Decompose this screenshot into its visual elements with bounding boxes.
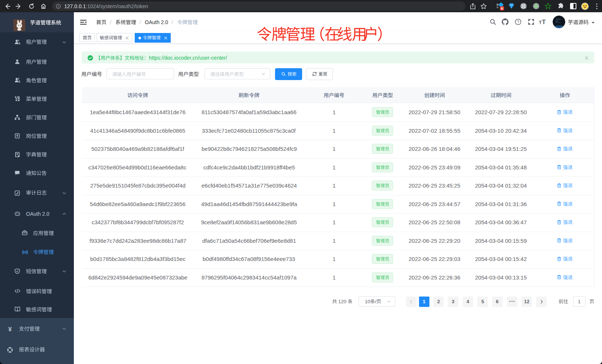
svg-text:2022-06-25 22:29:03: 2022-06-25 22:29:03 xyxy=(409,256,460,262)
svg-text:2022-07-29 22:28:50: 2022-07-29 22:28:50 xyxy=(475,109,527,115)
svg-text:¥: ¥ xyxy=(8,326,12,333)
svg-text:T: T xyxy=(542,19,546,26)
svg-text:6: 6 xyxy=(496,299,498,304)
svg-text:1: 1 xyxy=(333,256,336,262)
svg-text:54d6be82ee5a460a9aedc1f9bf2236: 54d6be82ee5a460a9aedc1f9bf223656 xyxy=(90,201,186,207)
svg-text:1: 1 xyxy=(333,201,336,207)
svg-text:2054-03-04 01:35:48: 2054-03-04 01:35:48 xyxy=(475,164,527,171)
svg-text:/: / xyxy=(140,19,141,25)
svg-text:2022-06-25 22:50:08: 2022-06-25 22:50:08 xyxy=(409,219,460,225)
svg-text:OAuth 2.0: OAuth 2.0 xyxy=(145,19,168,25)
svg-text:1: 1 xyxy=(333,164,336,171)
svg-text:OAuth 2.0: OAuth 2.0 xyxy=(26,211,49,217)
svg-text:T: T xyxy=(539,20,542,25)
svg-text:8796295f04064c2983414cc54af109: 8796295f04064c2983414cc54af1097a xyxy=(202,274,297,281)
svg-text:?: ? xyxy=(517,20,519,24)
svg-text:be90422b8c7946218275a508bf524f: be90422b8c7946218275a508bf524fc9 xyxy=(202,146,297,152)
svg-text:2022-06-25 23:44:57: 2022-06-25 23:44:57 xyxy=(409,201,460,207)
svg-text:127.0.0.1: 127.0.0.1 xyxy=(64,3,86,9)
svg-text:10: 10 xyxy=(365,299,370,304)
svg-text:2: 2 xyxy=(437,299,440,304)
svg-text:6d842e2924594de9a09e45e087323a: 6d842e2924594de9a09e45e087323abe xyxy=(88,274,187,281)
svg-text:2054-03-04 00:15:42: 2054-03-04 00:15:42 xyxy=(475,256,527,262)
svg-text:2054-03-04 01:31:36: 2054-03-04 01:31:36 xyxy=(475,201,527,207)
svg-text:49d1aa46d1454fbd87591444423be9: 49d1aa46d1454fbd87591444423be9fa xyxy=(201,201,297,207)
svg-text:a: a xyxy=(24,250,26,254)
svg-text:2054-03-04 00:13:15: 2054-03-04 00:13:15 xyxy=(475,274,527,281)
svg-text::1024/system/oauth2/token: :1024/system/oauth2/token xyxy=(86,3,148,9)
svg-text:120: 120 xyxy=(337,299,348,304)
svg-text:c342377bf8b344799dcbf7bf095287: c342377bf8b344799dcbf7bf095287f2 xyxy=(92,219,184,225)
svg-text:502375b8040a469a9b82188afdf6af: 502375b8040a469a9b82188afdf6af1f xyxy=(91,146,184,152)
svg-text:2022-07-02 18:55:55: 2022-07-02 18:55:55 xyxy=(409,128,460,134)
svg-text:4: 4 xyxy=(467,299,470,304)
svg-text:2054-03-04 01:32:04: 2054-03-04 01:32:04 xyxy=(475,182,527,189)
svg-text:2054-03-04 00:36:47: 2054-03-04 00:36:47 xyxy=(475,219,527,225)
svg-text:1: 1 xyxy=(333,128,336,134)
svg-text:2022-06-25 22:29:20: 2022-06-25 22:29:20 xyxy=(409,238,460,244)
svg-text:41c41346a548490f9dc8b01c6bfe08: 41c41346a548490f9dc8b01c6bfe0865 xyxy=(90,128,185,134)
svg-text:2022-06-26 18:04:46: 2022-06-26 18:04:46 xyxy=(409,146,460,152)
svg-text:c347026e805e4d99b0d116eae66eda: c347026e805e4d99b0d116eae66eda8c xyxy=(88,164,187,171)
svg-text:811c530487574fa0af1a59d3abc1aa: 811c530487574fa0af1a59d3abc1aa66 xyxy=(202,109,297,115)
svg-text:e6cfd40eb1f54571a31e775e039c46: e6cfd40eb1f54571a31e775e039c4624 xyxy=(202,182,297,189)
svg-text:2022-06-25 23:49:09: 2022-06-25 23:49:09 xyxy=(409,164,460,171)
svg-text:1: 1 xyxy=(333,182,336,189)
svg-text:12: 12 xyxy=(524,299,529,304)
svg-text:https://doc.iocoder.cn/user-ce: https://doc.iocoder.cn/user-center/ xyxy=(149,55,227,61)
svg-text:3: 3 xyxy=(452,299,454,304)
svg-text:1: 1 xyxy=(333,238,336,244)
svg-text:1: 1 xyxy=(333,219,336,225)
svg-text:1: 1 xyxy=(333,146,336,152)
svg-text:b0d1785bc3a8482f812db4a3f3bd15: b0d1785bc3a8482f812db4a3f3bd15ec xyxy=(90,256,186,262)
svg-text:1: 1 xyxy=(333,109,336,115)
svg-text:9: 9 xyxy=(501,7,503,10)
svg-text:1: 1 xyxy=(333,274,336,281)
svg-text:2022-06-25 22:26:36: 2022-06-25 22:26:36 xyxy=(409,274,460,281)
svg-text:2054-03-04 19:51:25: 2054-03-04 19:51:25 xyxy=(475,146,527,152)
svg-text:2022-06-25 23:45:25: 2022-06-25 23:45:25 xyxy=(409,182,460,189)
svg-text:cdfc4ce9c2da4bb1bdf21b9918ff4b: cdfc4ce9c2da4bb1bdf21b9918ff4be5 xyxy=(203,164,295,171)
svg-text:2054-03-10 20:42:34: 2054-03-10 20:42:34 xyxy=(475,128,527,134)
svg-text:b0df4980ffd34c67a08f9156e4eee7: b0df4980ffd34c67a08f9156e4eee733 xyxy=(203,256,295,262)
svg-text:dfa6c71a50a54c66bef706ef9e6e8d: dfa6c71a50a54c66bef706ef9e6e8d81 xyxy=(202,238,296,244)
svg-text:1: 1 xyxy=(423,299,425,304)
svg-text:/: / xyxy=(171,19,173,25)
svg-text:2022-07-29 21:58:50: 2022-07-29 21:58:50 xyxy=(409,109,460,115)
svg-text:1: 1 xyxy=(578,299,580,304)
svg-text:f9336e7c7dd242a283ee98dc86b17a: f9336e7c7dd242a283ee98dc86b17a87 xyxy=(89,238,186,244)
svg-text:/: / xyxy=(110,19,111,25)
svg-text:5: 5 xyxy=(481,299,484,304)
svg-text:/: / xyxy=(375,299,377,304)
svg-text:275e5de9151045fe87cbdc395e004f: 275e5de9151045fe87cbdc395e004f4d xyxy=(90,182,186,189)
svg-text:9ce8ef2aa9f14056b831ae9b608e28: 9ce8ef2aa9f14056b831ae9b608e28d5 xyxy=(201,219,297,225)
svg-text:1ea5e44f8bc1467aaede43144f31de: 1ea5e44f8bc1467aaede43144f31de76 xyxy=(90,109,186,115)
svg-text:2054-03-04 00:15:59: 2054-03-04 00:15:59 xyxy=(475,238,527,244)
svg-text:333ecfc71e02480cb11055c875c3ca: 333ecfc71e02480cb11055c875c3ca0f xyxy=(202,128,296,134)
